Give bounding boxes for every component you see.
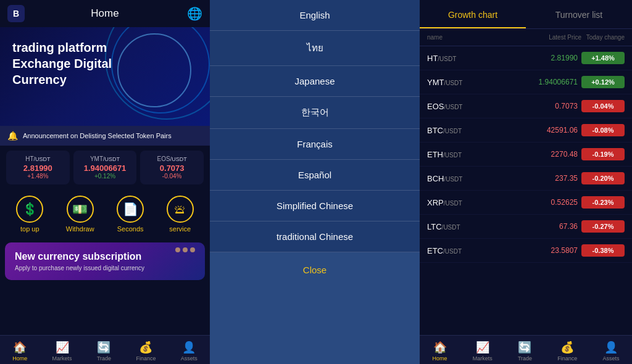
col-price: Latest Price bbox=[526, 34, 581, 41]
col-change: Today change bbox=[581, 34, 625, 41]
market-change-ltc: -0.27% bbox=[581, 220, 625, 233]
service-label: service bbox=[169, 225, 191, 233]
page-title: Home bbox=[91, 7, 118, 20]
action-seconds[interactable]: 📄 Seconds bbox=[117, 196, 144, 233]
language-list: English ไทย Japanese 한국어 Français Españo… bbox=[210, 0, 420, 364]
markets-icon: 📈 bbox=[56, 341, 69, 354]
right-nav-home[interactable]: 🏠 Home bbox=[433, 341, 447, 362]
language-french[interactable]: Français bbox=[210, 129, 420, 160]
markets-nav-label: Markets bbox=[52, 355, 72, 362]
seconds-label: Seconds bbox=[117, 225, 144, 233]
language-thai[interactable]: ไทย bbox=[210, 31, 420, 66]
market-row[interactable]: YMT/USDT 1.94006671 +0.12% bbox=[420, 70, 632, 94]
app-logo: B bbox=[7, 5, 25, 22]
ticker-pair-eos: EOS/USDT bbox=[145, 155, 199, 162]
left-nav-finance[interactable]: 💰 Finance bbox=[136, 341, 156, 362]
market-row[interactable]: ETC/USDT 23.5807 -0.38% bbox=[420, 239, 632, 263]
market-change-etc: -0.38% bbox=[581, 244, 625, 257]
right-markets-icon: 📈 bbox=[476, 341, 489, 354]
market-change-btc: -0.08% bbox=[581, 124, 625, 136]
left-nav-home[interactable]: 🏠 Home bbox=[12, 341, 27, 362]
action-topup[interactable]: 💲 top up bbox=[16, 196, 43, 233]
ticker-row: HT/USDT 2.81990 +1.48% YMT/USDT 1.940066… bbox=[0, 146, 210, 189]
ticker-change-ymt: +0.12% bbox=[78, 173, 132, 180]
tab-turnover-list[interactable]: Turnover list bbox=[526, 0, 632, 28]
language-japanese[interactable]: Japanese bbox=[210, 66, 420, 97]
market-row[interactable]: EOS/USDT 0.7073 -0.04% bbox=[420, 94, 632, 118]
market-name-eos: EOS/USDT bbox=[427, 102, 522, 111]
language-close-area: Close bbox=[210, 252, 420, 364]
language-traditional-chinese[interactable]: traditional Chinese bbox=[210, 221, 420, 252]
ticker-price-ymt: 1.94006671 bbox=[78, 163, 132, 173]
market-price-ht: 2.81990 bbox=[522, 54, 578, 62]
right-home-icon: 🏠 bbox=[433, 341, 447, 354]
market-name-etc: ETC/USDT bbox=[427, 246, 522, 255]
promo-banner[interactable]: New currency subscription Apply to purch… bbox=[5, 242, 205, 280]
market-name-eth: ETH/USDT bbox=[427, 150, 522, 159]
market-name-ht: HT/USDT bbox=[427, 54, 522, 63]
market-name-bch: BCH/USDT bbox=[427, 174, 522, 183]
right-trade-icon: 🔄 bbox=[518, 341, 531, 354]
market-row[interactable]: XRP/USDT 0.52625 -0.23% bbox=[420, 191, 632, 215]
home-nav-label: Home bbox=[12, 355, 27, 362]
market-row[interactable]: BCH/USDT 237.35 -0.20% bbox=[420, 167, 632, 191]
right-nav-trade[interactable]: 🔄 Trade bbox=[518, 341, 532, 362]
promo-subtitle: Apply to purchase newly issued digital c… bbox=[15, 265, 195, 271]
market-row[interactable]: HT/USDT 2.81990 +1.48% bbox=[420, 46, 632, 70]
action-withdraw[interactable]: 💵 Withdraw bbox=[66, 196, 94, 233]
market-change-ymt: +0.12% bbox=[581, 76, 625, 88]
globe-icon[interactable]: 🌐 bbox=[187, 6, 202, 21]
right-bottom-nav: 🏠 Home 📈 Markets 🔄 Trade 💰 Finance 👤 Ass… bbox=[420, 335, 632, 364]
ticker-change-ht: +1.48% bbox=[11, 173, 65, 180]
ticker-price-eos: 0.7073 bbox=[145, 163, 199, 173]
left-nav-trade[interactable]: 🔄 Trade bbox=[97, 341, 111, 362]
hero-title: trading platform Exchange Digital Curren… bbox=[12, 39, 198, 88]
language-english[interactable]: English bbox=[210, 0, 420, 31]
ticker-ymt[interactable]: YMT/USDT 1.94006671 +0.12% bbox=[73, 151, 137, 184]
market-row[interactable]: ETH/USDT 2270.48 -0.19% bbox=[420, 143, 632, 167]
market-change-ht: +1.48% bbox=[581, 52, 625, 64]
right-nav-assets[interactable]: 👤 Assets bbox=[602, 341, 619, 362]
right-nav-finance[interactable]: 💰 Finance bbox=[557, 341, 577, 362]
left-nav-assets[interactable]: 👤 Assets bbox=[181, 341, 198, 362]
right-tabs: Growth chart Turnover list bbox=[420, 0, 632, 29]
market-price-bch: 237.35 bbox=[522, 174, 578, 183]
market-name-xrp: XRP/USDT bbox=[427, 198, 522, 207]
trade-icon: 🔄 bbox=[97, 341, 110, 354]
action-service[interactable]: 🛎 service bbox=[167, 196, 194, 233]
assets-icon: 👤 bbox=[182, 341, 196, 354]
action-icons: 💲 top up 💵 Withdraw 📄 Seconds 🛎 service bbox=[0, 189, 210, 239]
market-row[interactable]: BTC/USDT 42591.06 -0.08% bbox=[420, 118, 632, 143]
market-price-etc: 23.5807 bbox=[522, 246, 578, 255]
language-korean[interactable]: 한국어 bbox=[210, 97, 420, 129]
middle-panel: English ไทย Japanese 한국어 Français Españo… bbox=[210, 0, 420, 364]
market-price-xrp: 0.52625 bbox=[522, 198, 578, 207]
left-nav-markets[interactable]: 📈 Markets bbox=[52, 341, 72, 362]
market-change-xrp: -0.23% bbox=[581, 196, 625, 209]
ticker-ht[interactable]: HT/USDT 2.81990 +1.48% bbox=[6, 151, 70, 184]
right-markets-label: Markets bbox=[473, 355, 493, 362]
market-row[interactable]: LTC/USDT 67.36 -0.27% bbox=[420, 215, 632, 239]
topup-icon: 💲 bbox=[16, 196, 43, 223]
language-spanish[interactable]: Español bbox=[210, 160, 420, 191]
ticker-pair-ht: HT/USDT bbox=[11, 155, 65, 162]
trade-nav-label: Trade bbox=[97, 355, 111, 362]
market-rows-container: HT/USDT 2.81990 +1.48% YMT/USDT 1.940066… bbox=[420, 46, 632, 263]
market-name-ymt: YMT/USDT bbox=[427, 78, 522, 87]
language-close-button[interactable]: Close bbox=[303, 265, 326, 275]
language-simplified-chinese[interactable]: Simplified Chinese bbox=[210, 191, 420, 221]
market-change-eos: -0.04% bbox=[581, 100, 625, 112]
home-icon: 🏠 bbox=[13, 341, 27, 354]
right-home-label: Home bbox=[433, 355, 447, 362]
market-price-eos: 0.7073 bbox=[522, 102, 578, 110]
tab-growth-chart[interactable]: Growth chart bbox=[420, 0, 526, 28]
finance-icon: 💰 bbox=[139, 341, 152, 354]
right-panel: Growth chart Turnover list name Latest P… bbox=[420, 0, 632, 364]
ticker-eos[interactable]: EOS/USDT 0.7073 -0.04% bbox=[140, 151, 204, 184]
announcement-icon: 🔔 bbox=[7, 131, 18, 141]
market-change-eth: -0.19% bbox=[581, 148, 625, 160]
promo-title: New currency subscription bbox=[15, 251, 195, 262]
right-assets-label: Assets bbox=[602, 355, 619, 362]
announcement-bar: 🔔 Announcement on Delisting Selected Tok… bbox=[0, 126, 210, 146]
right-nav-markets[interactable]: 📈 Markets bbox=[473, 341, 493, 362]
